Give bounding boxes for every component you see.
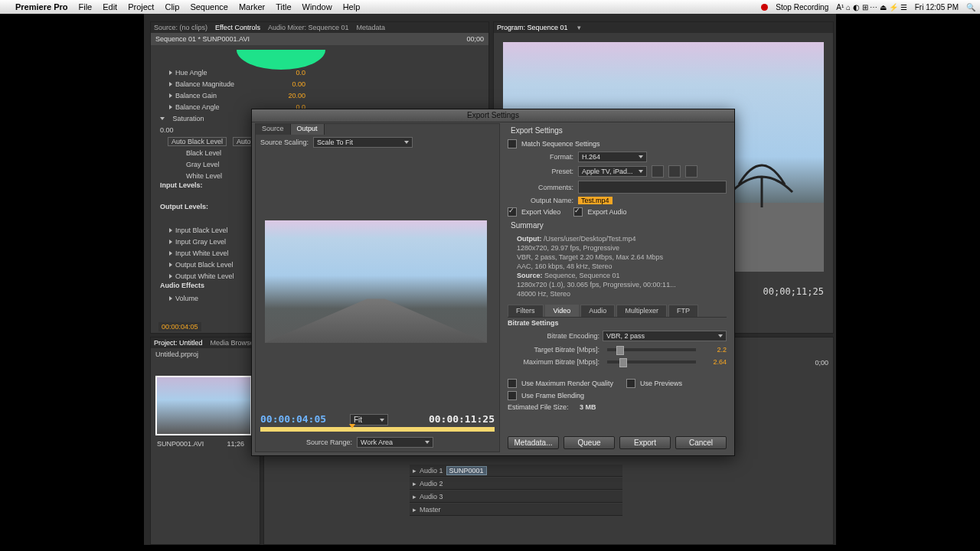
estimated-size-label: Estimated File Size:	[508, 403, 569, 411]
track-audio1[interactable]: Audio 1	[420, 467, 443, 474]
summary-output-audio: AAC, 160 kbps, 48 kHz, Stereo	[517, 262, 612, 270]
clip-duration: 11;26	[227, 440, 244, 448]
format-select[interactable]: H.264	[578, 152, 647, 162]
max-bitrate-slider[interactable]	[607, 360, 696, 364]
max-bitrate-value[interactable]: 2.64	[704, 358, 727, 366]
match-sequence-checkbox[interactable]	[508, 139, 517, 148]
source-range-select[interactable]: Work Area	[357, 437, 433, 448]
effect-timecode-ruler: 00;00	[466, 35, 484, 43]
param-balance-magnitude[interactable]: Balance Magnitude0.00	[157, 78, 310, 90]
summary-output-bitrate: VBR, 2 pass, Target 2.20 Mbps, Max 2.64 …	[517, 253, 663, 261]
export-preview[interactable]	[265, 220, 487, 343]
param-hue-angle[interactable]: Hue Angle0.0	[157, 67, 310, 78]
export-audio-label: Export Audio	[587, 208, 626, 216]
app-menu[interactable]: Premiere Pro	[15, 2, 67, 11]
summary-source-seq: Sequence, Sequence 01	[544, 272, 620, 279]
clip-name[interactable]: SUNP0001.AVI	[157, 440, 204, 448]
tab-project[interactable]: Project: Untitled	[154, 339, 203, 347]
tab-source-preview[interactable]: Source	[256, 124, 291, 135]
menu-clip[interactable]: Clip	[165, 2, 179, 11]
tab-media-browser[interactable]: Media Browser	[211, 339, 256, 347]
timeline-tc: 0;00	[815, 359, 828, 367]
export-button[interactable]: Export	[619, 436, 671, 449]
format-label: Format:	[508, 153, 573, 161]
comments-input[interactable]	[578, 181, 727, 194]
subtab-video[interactable]: Video	[545, 305, 580, 317]
export-settings-dialog: Export Settings Source Output Source Sca…	[251, 109, 735, 456]
target-bitrate-slider[interactable]	[607, 348, 696, 351]
menu-bar: Premiere Pro File Edit Project Clip Sequ…	[0, 0, 980, 14]
use-previews-checkbox[interactable]	[626, 379, 635, 388]
playhead-icon[interactable]	[349, 424, 355, 429]
premiere-window: Source: (no clips) Effect Controls Audio…	[144, 14, 836, 545]
preview-in-tc[interactable]: 00:00:04:05	[260, 413, 326, 425]
summary-output-res: 1280x720, 29.97 fps, Progressive	[517, 244, 619, 252]
record-icon[interactable]	[761, 4, 768, 11]
preset-select[interactable]: Apple TV, iPad...	[578, 166, 647, 177]
match-sequence-label: Match Sequence Settings	[521, 140, 600, 148]
tab-metadata[interactable]: Metadata	[356, 24, 385, 31]
tab-program[interactable]: Program: Sequence 01	[497, 24, 568, 31]
track-audio3[interactable]: Audio 3	[420, 493, 443, 500]
project-panel: Project: UntitledMedia Browser Untitled.…	[150, 337, 260, 545]
track-master[interactable]: Master	[420, 506, 441, 514]
source-scaling-label: Source Scaling:	[260, 139, 309, 146]
saturation-value[interactable]: 0.00	[160, 126, 174, 134]
menu-title[interactable]: Title	[276, 2, 291, 11]
summary-output-path: /Users/user/Desktop/Test.mp4	[544, 235, 636, 243]
subtab-filters[interactable]: Filters	[508, 305, 544, 317]
tab-effect-controls[interactable]: Effect Controls	[215, 24, 260, 31]
output-name-link[interactable]: Test.mp4	[578, 197, 612, 204]
comments-label: Comments:	[508, 184, 573, 191]
export-audio-checkbox[interactable]	[573, 207, 583, 217]
clip-thumbnail[interactable]	[155, 376, 252, 435]
import-preset-icon[interactable]	[668, 165, 681, 178]
cancel-button[interactable]: Cancel	[675, 436, 727, 449]
stop-recording[interactable]: Stop Recording	[776, 3, 828, 11]
export-settings-pane: Export Settings Match Sequence Settings …	[503, 123, 731, 452]
param-balance-gain[interactable]: Balance Gain20.00	[157, 90, 310, 101]
metadata-button[interactable]: Metadata...	[508, 436, 559, 449]
menu-marker[interactable]: Marker	[239, 2, 265, 11]
source-scaling-select[interactable]: Scale To Fit	[313, 137, 413, 148]
menu-window[interactable]: Window	[302, 2, 332, 11]
program-timecode: 00;00;11;25	[763, 286, 824, 297]
menu-sequence[interactable]: Sequence	[190, 2, 228, 11]
project-file: Untitled.prproj	[151, 348, 260, 360]
bitrate-encoding-select[interactable]: VBR, 2 pass	[603, 331, 727, 341]
dialog-title: Export Settings	[252, 109, 734, 122]
track-audio2[interactable]: Audio 2	[420, 480, 443, 487]
frame-blending-label: Use Frame Blending	[521, 392, 584, 399]
timeline-clip[interactable]: SUNP0001	[446, 466, 487, 475]
menu-file[interactable]: File	[78, 2, 92, 11]
max-render-quality-checkbox[interactable]	[508, 379, 517, 388]
summary-output-label: Output:	[517, 235, 541, 243]
tab-source[interactable]: Source: (no clips)	[154, 24, 207, 31]
queue-button[interactable]: Queue	[564, 436, 615, 449]
menu-edit[interactable]: Edit	[103, 2, 117, 11]
effect-playhead-tc: 00:00:04:05	[158, 322, 201, 331]
tab-audio-mixer[interactable]: Audio Mixer: Sequence 01	[268, 24, 349, 31]
auto-black-level-button[interactable]: Auto Black Level	[168, 137, 227, 146]
menu-help[interactable]: Help	[343, 2, 361, 11]
tab-output-preview[interactable]: Output	[291, 124, 325, 135]
subtab-ftp[interactable]: FTP	[668, 305, 698, 317]
subtab-multiplexer[interactable]: Multiplexer	[616, 305, 667, 317]
target-bitrate-value[interactable]: 2.2	[704, 346, 727, 354]
save-preset-icon[interactable]	[652, 165, 664, 178]
preset-label: Preset:	[508, 168, 573, 175]
spotlight-icon[interactable]: 🔍	[966, 3, 975, 11]
delete-preset-icon[interactable]	[685, 165, 697, 178]
fit-select[interactable]: Fit	[350, 414, 388, 425]
export-video-label: Export Video	[521, 208, 560, 216]
preview-scrubber[interactable]	[260, 427, 495, 432]
target-bitrate-label: Target Bitrate [Mbps]:	[508, 346, 599, 354]
max-bitrate-label: Maximum Bitrate [Mbps]:	[508, 358, 599, 366]
summary-header: Summary	[511, 221, 544, 230]
menu-project[interactable]: Project	[128, 2, 154, 11]
summary-source-res: 980x551 (1.0), 30.065 fps, Progressive,…	[517, 281, 676, 289]
subtab-audio[interactable]: Audio	[580, 305, 615, 317]
frame-blending-checkbox[interactable]	[508, 391, 517, 400]
status-icons: A¹ ⌂ ◐ ⊞ ⋯ ⏏ ⚡ ☰	[836, 3, 907, 11]
export-video-checkbox[interactable]	[508, 207, 517, 217]
